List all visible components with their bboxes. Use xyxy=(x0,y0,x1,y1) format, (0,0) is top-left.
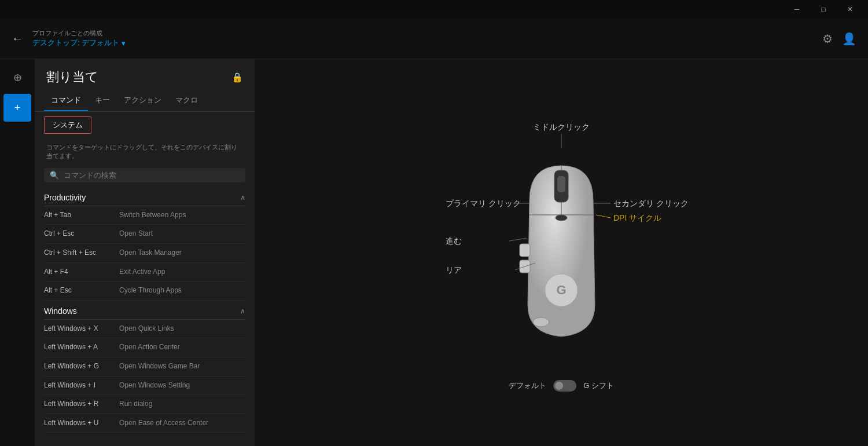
list-item[interactable]: Ctrl + Esc Open Start xyxy=(44,225,245,244)
lock-icon: 🔒 xyxy=(231,72,243,83)
description: Open Windows Game Bar xyxy=(119,362,200,371)
category-buttons: システム xyxy=(35,112,255,138)
svg-text:進む: 進む xyxy=(446,236,462,246)
add-tool-button[interactable]: + xyxy=(3,94,31,122)
shortcut: Ctrl + Esc xyxy=(44,229,119,237)
shortcut: Left Windows + X xyxy=(44,324,119,332)
tab-action[interactable]: アクション xyxy=(117,90,168,111)
profile-name: デスクトップ: デフォルト xyxy=(32,38,119,48)
svg-text:G: G xyxy=(556,283,566,297)
icon-sidebar: ⊕ + xyxy=(0,59,35,446)
productivity-section-header: Productivity ∧ xyxy=(44,187,245,206)
windows-title: Windows xyxy=(44,306,77,316)
mouse-diagram: G xyxy=(498,154,625,351)
list-item[interactable]: Alt + Esc Cycle Through Apps xyxy=(44,282,245,301)
system-category-button[interactable]: システム xyxy=(44,116,91,134)
profile-dropdown[interactable]: デスクトップ: デフォルト ▾ xyxy=(32,38,822,48)
tab-command[interactable]: コマンド xyxy=(44,90,88,111)
description: Cycle Through Apps xyxy=(119,286,182,295)
svg-text:ミドルクリック: ミドルクリック xyxy=(533,122,590,131)
dropdown-icon: ▾ xyxy=(122,39,126,47)
titlebar: ─ □ ✕ xyxy=(0,0,868,19)
search-icon: 🔍 xyxy=(50,171,59,180)
minimize-button[interactable]: ─ xyxy=(784,0,810,19)
search-box: 🔍 xyxy=(44,168,245,182)
shortcut: Alt + Tab xyxy=(44,211,119,219)
windows-toggle[interactable]: ∧ xyxy=(240,307,245,315)
mouse-container: G ミドルクリック プライマリ クリック セカンダリ クリック DPI サイクル xyxy=(388,90,735,415)
description: Open Action Center xyxy=(119,343,180,352)
left-panel: 割り当て 🔒 コマンド キー アクション マクロ システム コマンドをターゲット… xyxy=(35,59,255,446)
header-actions: ⚙ 👤 xyxy=(822,32,856,46)
header: ← プロファイルごとの構成 デスクトップ: デフォルト ▾ ⚙ 👤 xyxy=(0,19,868,59)
shortcut: Left Windows + U xyxy=(44,419,119,427)
settings-icon[interactable]: ⚙ xyxy=(822,32,833,46)
list-item[interactable]: Left Windows + R Run dialog xyxy=(44,395,245,414)
header-subtitle: プロファイルごとの構成 xyxy=(32,29,822,38)
list-item[interactable]: Left Windows + I Open Windows Setting xyxy=(44,376,245,396)
list-item[interactable]: Left Windows + X Open Quick Links xyxy=(44,320,245,339)
description: Switch Between Apps xyxy=(119,211,186,220)
description: Run dialog xyxy=(119,400,152,409)
back-button[interactable]: ← xyxy=(12,32,23,45)
productivity-toggle[interactable]: ∧ xyxy=(240,193,245,202)
header-text: プロファイルごとの構成 デスクトップ: デフォルト ▾ xyxy=(32,29,822,48)
shortcut: Left Windows + R xyxy=(44,400,119,408)
tabs: コマンド キー アクション マクロ xyxy=(35,90,255,112)
windows-section-header: Windows ∧ xyxy=(44,301,245,320)
shortcut: Left Windows + G xyxy=(44,362,119,370)
svg-point-4 xyxy=(556,215,567,221)
user-icon[interactable]: 👤 xyxy=(842,32,856,46)
description: Open Start xyxy=(119,229,153,239)
list-item[interactable]: Left Windows + A Open Action Center xyxy=(44,338,245,357)
description: Open Quick Links xyxy=(119,324,174,334)
svg-rect-5 xyxy=(520,244,530,257)
toggle-thumb xyxy=(555,382,563,390)
panel-title: 割り当て xyxy=(46,68,98,86)
move-tool-button[interactable]: ⊕ xyxy=(3,64,31,92)
search-input[interactable] xyxy=(64,171,240,180)
right-panel: G ミドルクリック プライマリ クリック セカンダリ クリック DPI サイクル xyxy=(255,59,868,446)
svg-rect-3 xyxy=(557,176,565,192)
description: Open Windows Setting xyxy=(119,381,190,390)
mode-toggle: デフォルト G シフト xyxy=(509,380,614,392)
tab-macro[interactable]: マクロ xyxy=(168,90,205,111)
list-item[interactable]: Alt + F4 Exit Active App xyxy=(44,263,245,282)
panel-header: 割り当て 🔒 xyxy=(35,59,255,90)
list-item[interactable]: Left Windows + U Open Ease of Access Cen… xyxy=(44,414,245,433)
list-item[interactable]: Left Windows + G Open Windows Game Bar xyxy=(44,357,245,376)
main-content: ⊕ + 割り当て 🔒 コマンド キー アクション マクロ システム コマンドをタ… xyxy=(0,59,868,446)
shortcut: Left Windows + I xyxy=(44,381,119,389)
productivity-title: Productivity xyxy=(44,193,86,202)
description: Exit Active App xyxy=(119,268,165,277)
shortcut: Ctrl + Shift + Esc xyxy=(44,248,119,257)
list-item[interactable]: Ctrl + Shift + Esc Open Task Manager xyxy=(44,244,245,263)
description: Open Task Manager xyxy=(119,248,182,258)
svg-rect-6 xyxy=(520,260,530,273)
toggle-switch[interactable] xyxy=(553,380,576,392)
list-item[interactable]: Alt + Tab Switch Between Apps xyxy=(44,206,245,225)
default-mode-label: デフォルト xyxy=(509,381,546,391)
description: Open Ease of Access Center xyxy=(119,419,208,428)
svg-text:リア: リア xyxy=(446,265,462,275)
tab-key[interactable]: キー xyxy=(88,90,117,111)
gshift-mode-label: G シフト xyxy=(583,381,614,391)
shortcut: Alt + Esc xyxy=(44,286,119,294)
shortcut: Left Windows + A xyxy=(44,343,119,351)
drag-hint: コマンドをターゲットにドラッグして、それをこのデバイスに割り当てます。 xyxy=(35,138,255,166)
command-list: Productivity ∧ Alt + Tab Switch Between … xyxy=(35,187,255,446)
shortcut: Alt + F4 xyxy=(44,268,119,276)
close-button[interactable]: ✕ xyxy=(837,0,863,19)
svg-point-9 xyxy=(533,317,549,327)
maximize-button[interactable]: □ xyxy=(810,0,837,19)
